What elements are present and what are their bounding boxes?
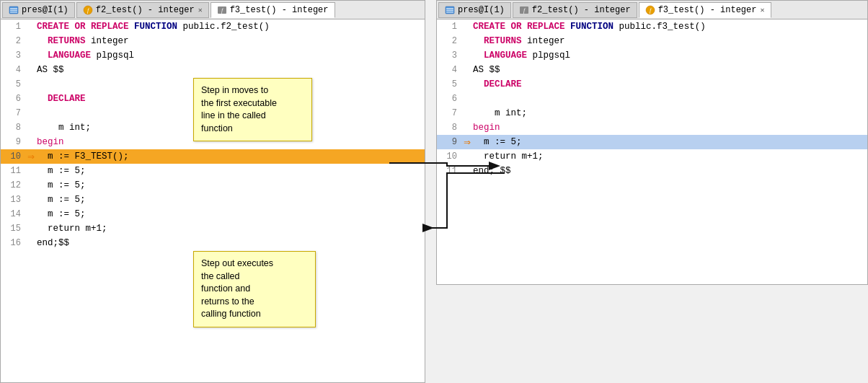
db-icon-left: [9, 5, 19, 15]
debug-arrow-right: ⇒: [461, 135, 473, 149]
tab-f2-label-left: f2_test() - integer: [96, 5, 195, 15]
tab-f2-close-left[interactable]: ✕: [198, 6, 203, 14]
svg-rect-9: [446, 8, 453, 9]
svg-rect-3: [10, 12, 17, 13]
code-line-3-right: 3 LANGUAGE plpgsql: [437, 48, 867, 63]
func-icon-f2-right: f: [519, 5, 529, 15]
callout-step-out: Step out executesthe calledfunction andr…: [193, 251, 316, 327]
tab-pres-label-right: pres@I(1): [458, 5, 505, 15]
svg-rect-10: [446, 9, 453, 11]
tab-f3-label-left: f3_test() - integer: [230, 5, 329, 15]
code-line-8-right: 8 begin: [437, 120, 867, 135]
left-code-area: 1 CREATE OR REPLACE FUNCTION public.f2_t…: [1, 19, 425, 382]
right-tab-bar: pres@I(1) f f2_test() - integer f: [437, 1, 867, 19]
svg-rect-1: [10, 8, 17, 9]
code-line-2-left: 2 RETURNS integer: [1, 34, 425, 48]
debug-arrow-left: ⇒: [25, 149, 37, 164]
code-line-4-right: 4 AS $$: [437, 63, 867, 77]
code-line-6-right: 6: [437, 92, 867, 106]
code-line-7-right: 7 m int;: [437, 106, 867, 120]
code-line-2-right: 2 RETURNS integer: [437, 34, 867, 48]
code-line-12-left: 12 m := 5;: [1, 178, 425, 193]
code-line-11-right: 11 end; $$: [437, 164, 867, 178]
svg-rect-11: [446, 12, 453, 13]
callout-step-in-text: Step in moves tothe first executableline…: [201, 85, 277, 133]
tab-f3-label-right: f3_test() - integer: [658, 5, 757, 15]
code-line-5-right: 5 DECLARE: [437, 77, 867, 92]
code-line-4-left: 4 AS $$: [1, 63, 425, 77]
right-code-area: 1 CREATE OR REPLACE FUNCTION public.f3_t…: [437, 19, 867, 284]
tab-f3-left[interactable]: f f3_test() - integer: [211, 2, 335, 18]
db-icon-right: [445, 5, 455, 15]
code-line-10-right: 10 return m+1;: [437, 149, 867, 164]
code-line-16-left: 16 end;$$: [1, 236, 425, 250]
code-line-15-left: 15 return m+1;: [1, 221, 425, 236]
code-line-14-left: 14 m := 5;: [1, 207, 425, 221]
tab-f2-right[interactable]: f f2_test() - integer: [513, 2, 637, 18]
code-line-1-right: 1 CREATE OR REPLACE FUNCTION public.f3_t…: [437, 19, 867, 34]
tab-pres-label-left: pres@I(1): [22, 5, 68, 15]
callout-step-out-text: Step out executesthe calledfunction andr…: [201, 258, 273, 319]
tab-pres-left[interactable]: pres@I(1): [2, 2, 75, 18]
code-line-13-left: 13 m := 5;: [1, 193, 425, 207]
tab-pres-right[interactable]: pres@I(1): [438, 2, 511, 18]
code-line-3-left: 3 LANGUAGE plpgsql: [1, 48, 425, 63]
right-editor-panel: pres@I(1) f f2_test() - integer f: [436, 0, 868, 285]
tab-f2-label-right: f2_test() - integer: [532, 5, 631, 15]
callout-step-in: Step in moves tothe first executableline…: [193, 78, 312, 141]
code-line-10-left: 10 ⇒ m := F3_TEST();: [1, 149, 425, 164]
tab-f3-right[interactable]: f f3_test() - integer ✕: [639, 2, 771, 18]
code-line-9-right: 9 ⇒ m := 5;: [437, 135, 867, 149]
svg-rect-2: [10, 9, 17, 11]
code-line-1-left: 1 CREATE OR REPLACE FUNCTION public.f2_t…: [1, 19, 425, 34]
tab-f3-close-right[interactable]: ✕: [760, 6, 764, 14]
left-tab-bar: pres@I(1) f f2_test() - integer ✕: [1, 1, 425, 19]
main-container: pres@I(1) f f2_test() - integer ✕: [0, 0, 868, 383]
tab-f2-left[interactable]: f f2_test() - integer ✕: [76, 2, 209, 18]
func-icon-f3-left: f: [217, 5, 227, 15]
func-icon-f2-left: f: [83, 5, 93, 15]
code-line-11-left: 11 m := 5;: [1, 164, 425, 178]
func-icon-f3-right: f: [645, 5, 655, 15]
